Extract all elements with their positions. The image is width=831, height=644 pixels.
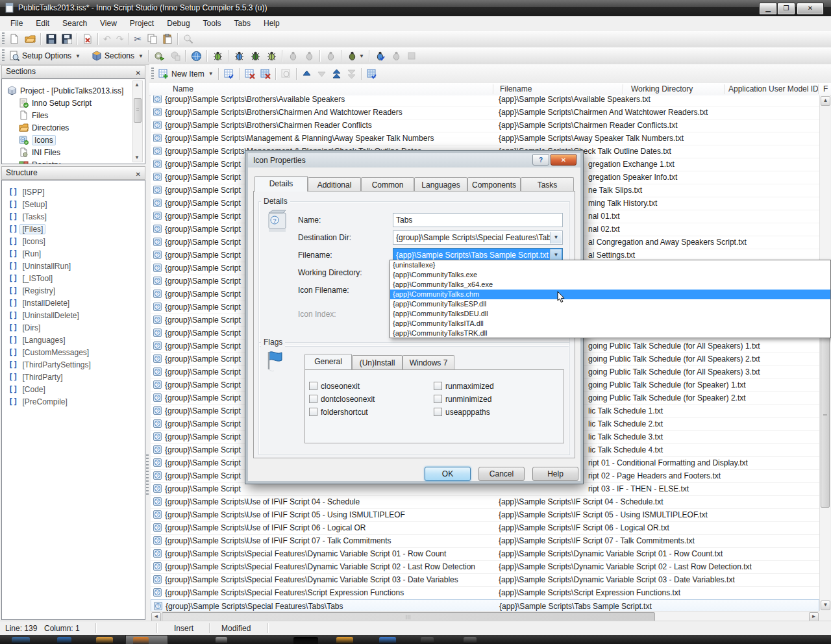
structure-item-custommessages[interactable]: [][CustomMessages] [8, 346, 89, 358]
menu-project[interactable]: Project [123, 17, 160, 30]
breakpoint-toggle-button[interactable] [373, 49, 388, 63]
sections-item-ini-files[interactable]: INI Files [19, 146, 60, 158]
icon-row[interactable]: ?{group}\Sample Scripts\Management & Pla… [151, 132, 819, 145]
structure-item-uninstalldelete[interactable]: [][UninstallDelete] [8, 309, 79, 321]
structure-item-installdelete[interactable]: [][InstallDelete] [8, 297, 69, 309]
menu-tabs[interactable]: Tabs [228, 17, 257, 30]
structure-item-icons[interactable]: [][Icons] [8, 235, 45, 247]
menu-debug[interactable]: Debug [160, 17, 196, 30]
redo-icon[interactable]: ↷ [114, 32, 126, 46]
structure-panel-close-icon[interactable]: ✕ [136, 168, 141, 180]
toolbar-grip[interactable] [2, 32, 5, 45]
structure-item-registry[interactable]: [][Registry] [8, 284, 55, 297]
structure-item-setup[interactable]: [][Setup] [8, 198, 47, 210]
sections-scrollbar[interactable]: ▲ ▼ [132, 80, 143, 162]
dropdown-item-4[interactable]: {app}\CommunityTalksESP.dll [390, 299, 830, 309]
syntax-check-button[interactable] [189, 49, 204, 63]
structure-item-ispp[interactable]: [][ISPP] [8, 186, 44, 198]
new-file-button[interactable] [7, 32, 21, 46]
structure-item-code[interactable]: [][Code] [8, 383, 45, 395]
flags-tab-general[interactable]: General [304, 354, 352, 369]
structure-item-files[interactable]: [][Files] [8, 223, 45, 235]
sections-button[interactable]: Sections▼ [90, 49, 145, 63]
dialog-close-icon[interactable]: ✕ [551, 155, 577, 166]
icon-row[interactable]: ?{group}\Sample Scripts\Special Features… [151, 547, 819, 561]
structure-item-thirdpartysettings[interactable]: [][ThirdPartySettings] [8, 358, 91, 371]
close-button[interactable]: ✕ [797, 3, 824, 15]
flags-tab-windows-7[interactable]: Windows 7 [403, 355, 454, 369]
debug-step-over-button[interactable] [248, 49, 263, 63]
delete-item-button[interactable] [243, 67, 257, 81]
checkbox-runmaximized[interactable] [434, 382, 442, 390]
dialog-tab-additional[interactable]: Additional [308, 177, 361, 192]
structure-item-thirdparty[interactable]: [][ThirdParty] [8, 371, 62, 383]
dropdown-item-6[interactable]: {app}\CommunityTalksITA.dll [390, 319, 830, 328]
run-debug-button[interactable] [210, 49, 225, 63]
taskbar-icon-dim2[interactable] [464, 637, 477, 644]
compile-setup-button[interactable] [168, 49, 182, 63]
checkbox-useapppaths[interactable] [434, 408, 442, 416]
column-header-filename[interactable]: Filename [500, 84, 532, 93]
edit-item-button[interactable] [222, 67, 236, 81]
start-orb-icon[interactable] [12, 637, 30, 644]
column-header-working-directory[interactable]: Working Directory [631, 84, 693, 93]
save-button[interactable] [44, 32, 58, 46]
icon-row[interactable]: ?{group}\Sample Scriptript 03 - IF - THE… [151, 482, 819, 496]
paste-icon[interactable] [160, 32, 175, 46]
icon-row[interactable]: ?{group}\Sample Scripts\Use of IF\IF Scr… [151, 521, 819, 535]
dropdown-item-2[interactable]: {app}\CommunityTalks_x64.exe [390, 280, 830, 290]
name-input[interactable]: Tabs [393, 213, 563, 227]
dropdown-item-7[interactable]: {app}\CommunityTalksTRK.dll [390, 328, 830, 338]
search-icon[interactable] [181, 32, 195, 46]
undo-icon[interactable]: ↶ [101, 32, 113, 46]
taskbar-icon-folder[interactable] [96, 637, 113, 644]
dropdown-item-1[interactable]: {app}\CommunityTalks.exe [390, 270, 830, 280]
move-down-button[interactable] [315, 67, 329, 81]
structure-item-precompile[interactable]: [][PreCompile] [8, 395, 68, 408]
sections-item-directories[interactable]: Directories [19, 121, 69, 134]
taskbar-icon-grid[interactable] [336, 637, 353, 644]
checkbox-foldershortcut[interactable] [309, 408, 317, 416]
icon-row[interactable]: ?{group}\Sample Scripts\Brothers\Chairme… [151, 119, 819, 132]
dialog-tab-details[interactable]: Details [254, 176, 308, 192]
new-item-button[interactable]: New Item▼ [156, 67, 216, 81]
dialog-tab-languages[interactable]: Languages [414, 177, 467, 192]
icon-row[interactable]: ?{group}\Sample Scripts\Brothers\Availab… [151, 95, 819, 106]
debug-restart-button[interactable] [323, 49, 338, 63]
stop-button[interactable] [405, 49, 418, 63]
taskbar-icon-globe[interactable] [57, 637, 71, 644]
structure-item-run[interactable]: [][Run] [8, 247, 41, 260]
move-top-button[interactable] [330, 67, 343, 81]
dropdown-item-3[interactable]: {app}\CommunityTalks.chm [390, 290, 830, 299]
dialog-help-icon[interactable]: ? [532, 155, 549, 166]
sections-item-project-publictalks2013-iss-[interactable]: Project - [PublicTalks2013.iss] [7, 84, 123, 97]
menu-search[interactable]: Search [56, 17, 93, 30]
menu-tools[interactable]: Tools [197, 17, 228, 30]
dialog-title-bar[interactable]: Icon Properties [248, 153, 580, 167]
checkbox-dontcloseonexit[interactable] [309, 395, 317, 403]
toolbar-grip[interactable] [2, 49, 5, 62]
copy-icon[interactable] [145, 32, 159, 46]
sections-panel-close-icon[interactable]: ✕ [136, 67, 141, 79]
windows-taskbar[interactable] [0, 635, 831, 644]
icon-row[interactable]: ?{group}\Sample Scripts\Use of IF\IF Scr… [151, 508, 819, 522]
taskbar-icon-clip[interactable] [216, 637, 227, 644]
restore-button[interactable]: ❐ [777, 3, 795, 15]
cut-icon[interactable]: ✂ [132, 32, 143, 46]
icon-row[interactable]: ?{group}\Sample Scripts\Use of IF\IF Scr… [151, 534, 819, 548]
dialog-tab-tasks[interactable]: Tasks [521, 177, 574, 192]
sections-item-registry[interactable]: Registry [19, 158, 60, 164]
save-all-button[interactable] [60, 32, 74, 46]
compile-button[interactable] [152, 49, 167, 63]
column-header-name[interactable]: Name [173, 84, 193, 93]
destination-dir-combobox[interactable]: {group}\Sample Scripts\Special Features\… [393, 230, 563, 245]
select-columns-button[interactable] [365, 67, 379, 81]
title-bar[interactable]: PublicTalks2013.iss* - Inno Script Studi… [0, 0, 831, 16]
menu-help[interactable]: Help [257, 17, 286, 30]
icon-row[interactable]: ?{group}\Sample Scripts\Special Features… [151, 586, 819, 600]
chevron-down-icon[interactable]: ▼ [550, 232, 562, 243]
dropdown-item-0[interactable]: {uninstallexe} [390, 260, 830, 270]
help-button[interactable]: Help [532, 467, 578, 481]
sections-item-icons[interactable]: ?Icons [19, 134, 56, 146]
sections-item-files[interactable]: Files [19, 109, 48, 121]
